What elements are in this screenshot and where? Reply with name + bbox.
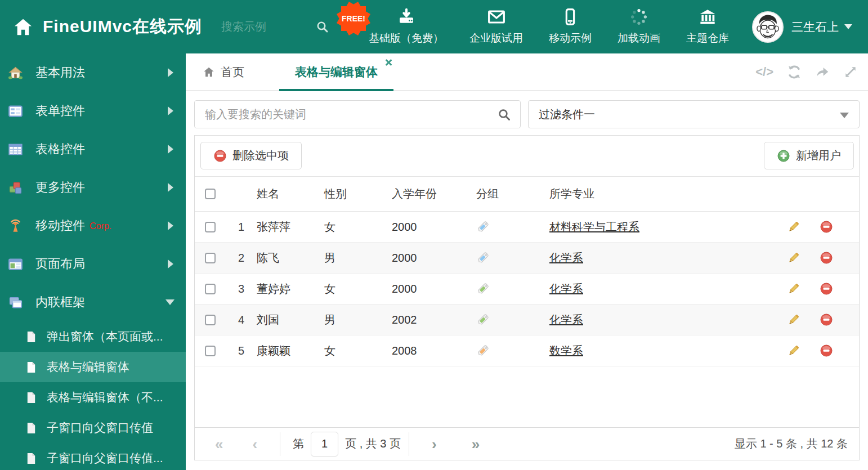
close-icon[interactable]: [384, 59, 392, 66]
cell-group: [468, 313, 544, 326]
cell-year: 2008: [386, 344, 468, 357]
column-header-group[interactable]: 分组: [468, 186, 544, 202]
tab-grid-edit-window[interactable]: 表格与编辑窗体: [279, 53, 393, 91]
row-checkbox[interactable]: [205, 315, 216, 325]
row-checkbox[interactable]: [205, 284, 216, 294]
main-content: 首页 表格与编辑窗体 </> 过滤条件一: [186, 53, 868, 470]
sidebar-item-label: 更多控件: [35, 179, 85, 196]
filter-row: 过滤条件一: [194, 100, 860, 128]
source-code-icon[interactable]: </>: [755, 65, 773, 79]
sidebar-item-basic-usage[interactable]: 基本用法: [0, 53, 186, 92]
column-header-name[interactable]: 姓名: [251, 186, 319, 202]
delete-icon[interactable]: [820, 282, 833, 296]
sidebar: 基本用法 表单控件 表格控件 更多控件 移动控件 Corp. 页面布局 内联框架…: [0, 53, 186, 470]
page-number-input[interactable]: [311, 432, 338, 456]
cell-gender: 男: [319, 312, 386, 328]
select-all-checkbox[interactable]: [205, 189, 216, 199]
tag-icon: [476, 282, 490, 296]
delete-icon[interactable]: [820, 344, 833, 357]
user-menu[interactable]: 三生石上: [752, 11, 852, 43]
share-icon[interactable]: [815, 65, 830, 79]
expand-icon[interactable]: [843, 65, 858, 79]
column-header-major[interactable]: 所学专业: [544, 186, 738, 202]
major-link[interactable]: 数学系: [549, 344, 583, 357]
grid-toolbar: 删除选中项 新增用户: [195, 136, 859, 177]
column-header-year[interactable]: 入学年份: [386, 186, 468, 202]
major-link[interactable]: 化学系: [549, 283, 583, 295]
file-icon: [25, 452, 38, 465]
tab-home[interactable]: 首页: [203, 64, 244, 80]
column-header-gender[interactable]: 性别: [319, 186, 386, 202]
delete-icon[interactable]: [820, 251, 833, 265]
tag-icon: [476, 344, 490, 357]
nav-item-mobile-demo[interactable]: 移动示例: [549, 8, 592, 46]
sidebar-item-label: 表格控件: [35, 141, 85, 158]
edit-icon[interactable]: [787, 344, 800, 357]
cell-group: [468, 220, 544, 234]
first-page-icon[interactable]: «: [215, 437, 223, 451]
sidebar-item-grid-controls[interactable]: 表格控件: [0, 130, 186, 168]
keyword-search-input[interactable]: [195, 101, 520, 128]
bank-icon: [699, 8, 717, 26]
filter-dropdown[interactable]: 过滤条件一: [528, 100, 860, 128]
edit-icon[interactable]: [787, 220, 800, 234]
delete-selected-label: 删除选中项: [232, 148, 289, 163]
sidebar-subitem-label: 子窗口向父窗口传值: [47, 420, 153, 436]
cell-year: 2000: [386, 252, 468, 265]
prev-page-icon[interactable]: ‹: [252, 437, 257, 451]
chevron-down-icon: [165, 299, 175, 305]
major-link[interactable]: 材料科学与工程系: [549, 221, 639, 233]
avatar: [752, 11, 784, 43]
brand[interactable]: FineUIMvc在线示例: [12, 15, 202, 38]
nav-item-loading-animation[interactable]: 加载动画: [618, 8, 660, 46]
add-user-button[interactable]: 新增用户: [764, 142, 854, 169]
last-page-icon[interactable]: »: [472, 437, 480, 451]
nav-item-basic-free[interactable]: FREE! 基础版（免费）: [369, 8, 444, 46]
chevron-right-icon: [168, 259, 173, 268]
refresh-icon[interactable]: [787, 65, 802, 79]
sidebar-item-page-layout[interactable]: 页面布局: [0, 245, 186, 283]
home-icon: [203, 66, 215, 78]
sidebar-item-more-controls[interactable]: 更多控件: [0, 168, 186, 207]
sidebar-item-mobile-controls[interactable]: 移动控件 Corp.: [0, 207, 186, 245]
major-link[interactable]: 化学系: [549, 252, 583, 264]
cell-gender: 男: [319, 250, 386, 266]
filter-dropdown-value: 过滤条件一: [539, 107, 595, 122]
table-row: 5 康颖颖 女 2008 数学系: [195, 335, 859, 366]
file-icon: [25, 422, 38, 435]
nav-item-enterprise-trial[interactable]: 企业版试用: [469, 8, 523, 46]
spinner-icon: [630, 8, 648, 26]
sidebar-subitem-child-to-parent-2[interactable]: 子窗口向父窗口传值...: [0, 443, 186, 470]
search-icon[interactable]: [498, 108, 511, 122]
next-page-icon[interactable]: ›: [432, 437, 437, 451]
edit-icon[interactable]: [787, 282, 800, 296]
row-checkbox[interactable]: [205, 253, 216, 263]
table-row: 4 刘国 男 2002 化学系: [195, 305, 859, 335]
delete-icon[interactable]: [820, 313, 833, 326]
cell-major: 材料科学与工程系: [544, 220, 738, 235]
delete-selected-button[interactable]: 删除选中项: [200, 142, 302, 169]
sidebar-item-label: 页面布局: [35, 256, 85, 272]
edit-icon[interactable]: [787, 313, 800, 326]
sidebar-item-form-controls[interactable]: 表单控件: [0, 92, 186, 130]
header-search-input[interactable]: [221, 20, 306, 33]
plus-circle-icon: [777, 149, 790, 163]
search-icon[interactable]: [316, 20, 329, 34]
sidebar-subitem-grid-edit-window-2[interactable]: 表格与编辑窗体（不...: [0, 382, 186, 413]
nav-item-label: 基础版（免费）: [369, 31, 444, 46]
delete-icon[interactable]: [820, 220, 833, 234]
sidebar-subitem-popup-window[interactable]: 弹出窗体（本页面或...: [0, 321, 186, 352]
sidebar-item-iframe[interactable]: 内联框架: [0, 283, 186, 321]
major-link[interactable]: 化学系: [549, 314, 583, 326]
table-row: 2 陈飞 男 2000 化学系: [195, 243, 859, 274]
sidebar-subitem-child-to-parent[interactable]: 子窗口向父窗口传值: [0, 413, 186, 443]
row-checkbox[interactable]: [205, 346, 216, 356]
cubes-icon: [8, 180, 23, 195]
nav-item-label: 加载动画: [618, 31, 660, 46]
edit-icon[interactable]: [787, 251, 800, 265]
page-suffix: 页 , 共 3 页: [345, 436, 401, 451]
sidebar-subitem-grid-edit-window[interactable]: 表格与编辑窗体: [0, 352, 186, 382]
row-checkbox[interactable]: [205, 222, 216, 232]
nav-item-theme-store[interactable]: 主题仓库: [686, 8, 729, 46]
add-user-label: 新增用户: [796, 148, 841, 163]
